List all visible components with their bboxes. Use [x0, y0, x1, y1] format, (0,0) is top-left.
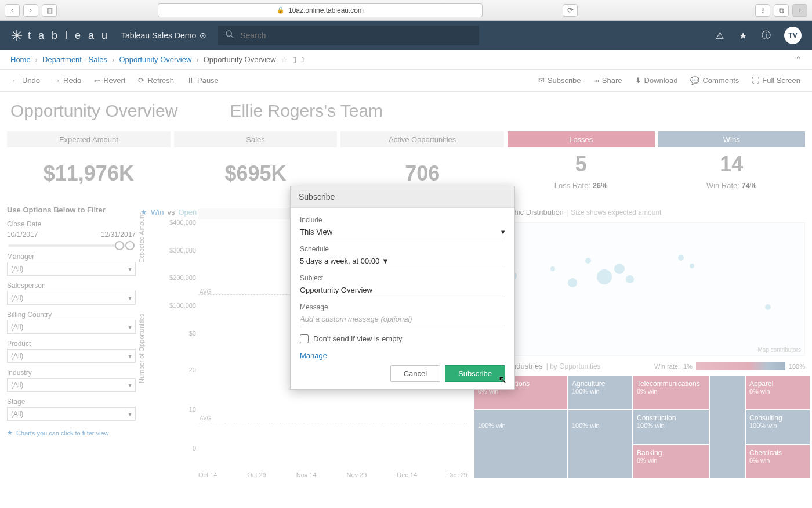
chevron-down-icon: ▾ — [128, 265, 132, 273]
browser-new-tab[interactable]: + — [792, 4, 807, 17]
mail-icon: ✉ — [538, 76, 545, 85]
pause-icon: ⏸ — [187, 76, 194, 85]
slider-thumb-left[interactable] — [115, 241, 124, 250]
right-column: ★ Geographic Distribution | Size shows e… — [474, 206, 805, 478]
crumb-current: Opportunity Overview — [204, 55, 276, 64]
pause-button[interactable]: ⏸Pause — [182, 74, 223, 87]
info-icon[interactable]: ⓘ — [761, 30, 771, 41]
url-text: 10az.online.tableau.com — [288, 6, 364, 15]
cancel-button[interactable]: Cancel — [390, 365, 440, 382]
kpi-wins[interactable]: Wins 14 Win Rate: 74% — [658, 131, 806, 200]
filter-industry[interactable]: (All)▾ — [7, 378, 136, 392]
filter-manager[interactable]: (All)▾ — [7, 262, 136, 276]
revert-icon: ⤺ — [94, 76, 100, 85]
alert-icon[interactable]: ⚠ — [715, 30, 725, 41]
tabs-count: 1 — [301, 55, 305, 64]
slider-thumb-right[interactable] — [125, 241, 135, 250]
treemap[interactable]: Communications0% winAgriculture100% winT… — [474, 376, 805, 478]
chevron-down-icon: ▾ — [128, 323, 132, 331]
geo-map[interactable]: Map contributors — [474, 222, 805, 356]
browser-reload[interactable]: ⟳ — [563, 4, 578, 17]
browser-sidebar-toggle[interactable]: ▥ — [42, 4, 57, 17]
subscribe-submit-button[interactable]: Subscribe ↖ — [445, 365, 505, 382]
favorite-star-icon[interactable]: ☆ — [281, 55, 288, 64]
subscribe-dialog: Subscribe Include This View▾ Schedule 5 … — [290, 186, 515, 390]
chevron-down-icon: ▾ — [128, 410, 132, 418]
star-icon: ★ — [7, 429, 13, 437]
browser-tabs[interactable]: ⧉ — [774, 4, 789, 17]
favorites-icon[interactable]: ★ — [738, 30, 748, 41]
filter-tip: ★Charts you can click to filter view — [7, 429, 136, 437]
treemap-cell[interactable]: Consulting100% win — [746, 410, 810, 444]
treemap-cell[interactable]: Banking0% win — [633, 445, 709, 478]
search-box[interactable] — [218, 26, 479, 45]
redo-button[interactable]: →Redo — [48, 74, 86, 87]
crumb-dept[interactable]: Department - Sales — [42, 55, 107, 64]
treemap-cell[interactable]: Telecommunications0% win — [633, 376, 709, 409]
download-icon: ⬇ — [635, 76, 641, 85]
tree-title: ★ Size of Industries | by Opportunities … — [474, 359, 805, 373]
svg-point-0 — [226, 31, 231, 36]
breadcrumb: Home› Department - Sales› Opportunity Ov… — [0, 50, 812, 70]
undo-button[interactable]: ←Undo — [7, 74, 45, 87]
treemap-cell[interactable] — [474, 410, 567, 478]
app-topnav: t a b l e a u Tableau Sales Demo ⊙ ⚠ ★ ⓘ… — [0, 21, 812, 50]
treemap-cell[interactable] — [568, 410, 632, 478]
browser-back[interactable]: ‹ — [5, 4, 20, 17]
revert-button[interactable]: ⤺Revert — [89, 74, 130, 87]
share-icon: ∞ — [594, 76, 599, 85]
brand-text: t a b l e a u — [28, 30, 110, 42]
empty-view-checkbox[interactable]: Don't send if view is empty — [300, 334, 505, 343]
tableau-logo[interactable]: t a b l e a u — [10, 29, 110, 42]
filter-stage[interactable]: (All)▾ — [7, 407, 136, 421]
redo-icon: → — [53, 76, 60, 85]
logo-mark-icon — [10, 29, 23, 42]
chevron-down-icon: ▾ — [128, 294, 132, 302]
include-select[interactable]: This View▾ — [300, 224, 505, 239]
comment-icon: 💬 — [690, 76, 699, 85]
schedule-select[interactable]: 5 days a week, at 00:00 ▼ — [300, 253, 505, 268]
team-title: Ellie Rogers's Team — [230, 101, 383, 121]
browser-chrome: ‹ › ▥ 🔒 10az.online.tableau.com ⟳ ⇪ ⧉ + — [0, 0, 812, 21]
browser-share[interactable]: ⇪ — [755, 4, 770, 17]
subject-input[interactable] — [300, 282, 505, 297]
manage-link[interactable]: Manage — [300, 351, 327, 360]
winrate-legend — [696, 362, 785, 370]
crumb-workbook[interactable]: Opportunity Overview — [119, 55, 191, 64]
site-selector[interactable]: Tableau Sales Demo ⊙ — [121, 31, 206, 40]
share-button[interactable]: ∞Share — [589, 74, 627, 87]
user-avatar[interactable]: TV — [784, 27, 802, 44]
filter-product[interactable]: (All)▾ — [7, 349, 136, 363]
message-input[interactable] — [300, 311, 505, 326]
lock-icon: 🔒 — [277, 6, 285, 14]
refresh-button[interactable]: ⟳Refresh — [133, 74, 179, 87]
tabs-icon[interactable]: ▯ — [292, 55, 296, 64]
treemap-cell[interactable]: Chemicals0% win — [746, 445, 810, 478]
kpi-losses[interactable]: Losses 5 Loss Rate: 26% — [507, 131, 655, 200]
address-bar[interactable]: 🔒 10az.online.tableau.com — [158, 3, 483, 17]
fullscreen-icon: ⛶ — [752, 76, 759, 85]
treemap-cell[interactable]: Construction100% win — [633, 410, 709, 444]
date-slider[interactable] — [8, 244, 135, 247]
browser-forward[interactable]: › — [23, 4, 38, 17]
fullscreen-button[interactable]: ⛶Full Screen — [747, 74, 805, 87]
crumb-home[interactable]: Home — [10, 55, 31, 64]
chevron-down-icon: ▾ — [501, 228, 505, 236]
page-title: Opportunity Overview — [10, 101, 177, 121]
view-toolbar: ←Undo →Redo ⤺Revert ⟳Refresh ⏸Pause ✉Sub… — [0, 70, 812, 92]
treemap-cell[interactable] — [710, 376, 745, 478]
filter-billing[interactable]: (All)▾ — [7, 320, 136, 334]
collapse-icon[interactable]: ⌃ — [795, 55, 802, 64]
kpi-expected[interactable]: Expected Amount $11,976K — [7, 131, 171, 200]
treemap-cell[interactable]: Agriculture100% win — [568, 376, 632, 409]
filter-salesperson[interactable]: (All)▾ — [7, 291, 136, 305]
download-button[interactable]: ⬇Download — [630, 74, 683, 87]
search-input[interactable] — [240, 31, 472, 40]
refresh-icon: ⟳ — [138, 76, 144, 85]
filter-heading: Use Options Below to Filter — [7, 206, 136, 214]
undo-icon: ← — [12, 76, 19, 85]
filter-panel: Use Options Below to Filter Close Date 1… — [7, 206, 136, 478]
treemap-cell[interactable]: Apparel0% win — [746, 376, 810, 409]
comments-button[interactable]: 💬Comments — [686, 74, 744, 87]
subscribe-button[interactable]: ✉Subscribe — [534, 74, 586, 87]
